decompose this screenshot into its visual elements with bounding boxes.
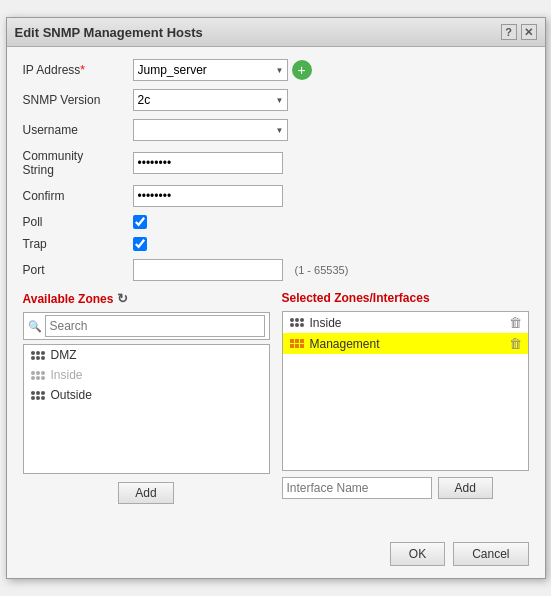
selected-zones-panel: Selected Zones/Interfaces Insid <box>282 291 529 512</box>
zone-item-outside[interactable]: Outside <box>24 385 269 405</box>
trap-checkbox-wrapper <box>133 237 147 251</box>
ip-address-label: IP Address <box>23 63 133 77</box>
ip-address-select[interactable]: Jump_server <box>133 59 288 81</box>
port-input-group: 162 (1 - 65535) <box>133 259 349 281</box>
dialog-title: Edit SNMP Management Hosts <box>15 25 203 40</box>
available-zones-title: Available Zones ↻ <box>23 291 270 306</box>
snmp-version-label: SNMP Version <box>23 93 133 107</box>
cancel-button[interactable]: Cancel <box>453 542 528 566</box>
dialog-footer: OK Cancel <box>7 534 545 578</box>
close-button[interactable]: ✕ <box>521 24 537 40</box>
username-select[interactable] <box>133 119 288 141</box>
available-zones-panel: Available Zones ↻ 🔍 <box>23 291 270 512</box>
username-select-wrapper: ▼ <box>133 119 288 141</box>
sel-zone-inside-left: Inside <box>289 316 342 330</box>
confirm-input-group <box>133 185 283 207</box>
port-label: Port <box>23 263 133 277</box>
port-row: Port 162 (1 - 65535) <box>23 259 529 281</box>
sel-zone-management-label: Management <box>310 337 380 351</box>
sel-inside-icon <box>289 317 305 329</box>
sel-management-icon <box>289 338 305 350</box>
search-icon: 🔍 <box>28 320 42 333</box>
interface-name-field[interactable] <box>282 477 432 499</box>
username-row: Username ▼ <box>23 119 529 141</box>
interface-add-button[interactable]: Add <box>438 477 493 499</box>
zones-section: Available Zones ↻ 🔍 <box>23 291 529 512</box>
selected-zones-title: Selected Zones/Interfaces <box>282 291 529 305</box>
trap-row: Trap <box>23 237 529 251</box>
zone-item-dmz[interactable]: DMZ <box>24 345 269 365</box>
zone-item-outside-label: Outside <box>51 388 92 402</box>
trap-checkbox[interactable] <box>133 237 147 251</box>
confirm-field[interactable] <box>133 185 283 207</box>
outside-icon <box>30 389 46 401</box>
refresh-icon[interactable]: ↻ <box>117 291 128 306</box>
dmz-icon <box>30 349 46 361</box>
edit-snmp-dialog: Edit SNMP Management Hosts ? ✕ IP Addres… <box>6 17 546 579</box>
dialog-titlebar: Edit SNMP Management Hosts ? ✕ <box>7 18 545 47</box>
dialog-controls: ? ✕ <box>501 24 537 40</box>
add-zone-button[interactable]: Add <box>118 482 173 504</box>
add-center: Add <box>23 474 270 512</box>
port-hint: (1 - 65535) <box>295 264 349 276</box>
selected-zone-list: Inside 🗑 Man <box>282 311 529 471</box>
poll-checkbox[interactable] <box>133 215 147 229</box>
port-field[interactable]: 162 <box>133 259 283 281</box>
inside-icon <box>30 369 46 381</box>
available-zones-list: DMZ Inside <box>23 344 270 474</box>
help-button[interactable]: ? <box>501 24 517 40</box>
snmp-version-select[interactable]: 1 2c 3 <box>133 89 288 111</box>
sel-zone-management-delete[interactable]: 🗑 <box>509 336 522 351</box>
zone-item-inside[interactable]: Inside <box>24 365 269 385</box>
snmp-version-row: SNMP Version 1 2c 3 ▼ <box>23 89 529 111</box>
ip-address-select-wrapper: Jump_server ▼ <box>133 59 288 81</box>
search-input[interactable] <box>45 315 265 337</box>
search-box: 🔍 <box>23 312 270 340</box>
community-string-input-group <box>133 152 283 174</box>
sel-zone-inside[interactable]: Inside 🗑 <box>283 312 528 333</box>
trap-label: Trap <box>23 237 133 251</box>
confirm-label: Confirm <box>23 189 133 203</box>
community-string-label: CommunityString <box>23 149 133 177</box>
ip-address-input-group: Jump_server ▼ + <box>133 59 312 81</box>
username-input-group: ▼ <box>133 119 288 141</box>
interface-name-row: Add <box>282 477 529 499</box>
snmp-version-input-group: 1 2c 3 ▼ <box>133 89 288 111</box>
community-string-field[interactable] <box>133 152 283 174</box>
zone-item-inside-label: Inside <box>51 368 83 382</box>
ok-button[interactable]: OK <box>390 542 445 566</box>
poll-row: Poll <box>23 215 529 229</box>
snmp-version-select-wrapper: 1 2c 3 ▼ <box>133 89 288 111</box>
sel-zone-management-left: Management <box>289 337 380 351</box>
sel-zone-inside-label: Inside <box>310 316 342 330</box>
poll-checkbox-wrapper <box>133 215 147 229</box>
confirm-row: Confirm <box>23 185 529 207</box>
sel-zone-management[interactable]: Management 🗑 <box>283 333 528 354</box>
poll-label: Poll <box>23 215 133 229</box>
ip-address-add-button[interactable]: + <box>292 60 312 80</box>
username-label: Username <box>23 123 133 137</box>
zone-item-dmz-label: DMZ <box>51 348 77 362</box>
dialog-content: IP Address Jump_server ▼ + SNMP Version … <box>7 47 545 534</box>
ip-address-row: IP Address Jump_server ▼ + <box>23 59 529 81</box>
community-string-row: CommunityString <box>23 149 529 177</box>
sel-zone-inside-delete[interactable]: 🗑 <box>509 315 522 330</box>
